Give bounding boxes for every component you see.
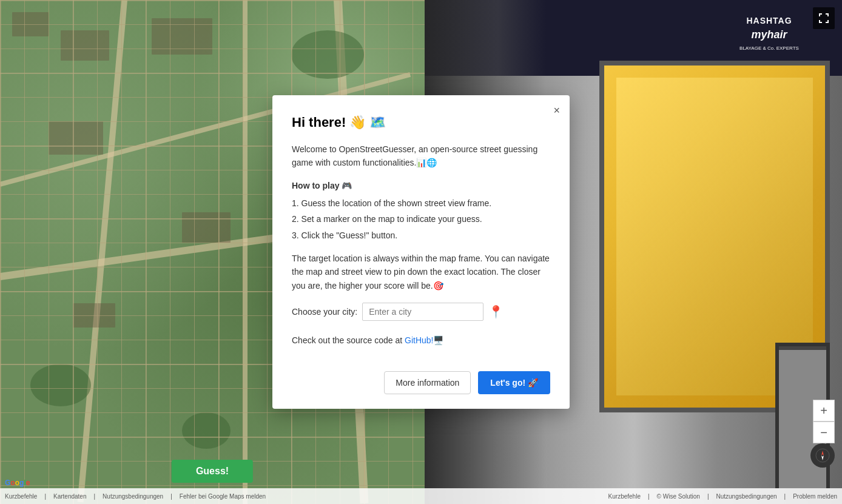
pin-icon: 📍 <box>488 302 504 321</box>
steps-list: 1. Guess the location of the shown stree… <box>292 197 550 242</box>
welcome-text: Welcome to OpenStreetGuesser, an open-so… <box>292 143 550 170</box>
modal-dialog: × Hi there! 👋 🗺️ Welcome to OpenStreetGu… <box>272 95 570 409</box>
github-link[interactable]: GitHub! <box>405 335 433 345</box>
city-input[interactable] <box>362 303 483 321</box>
city-row: Choose your city: 📍 <box>292 302 550 321</box>
city-label: Choose your city: <box>292 305 357 318</box>
step-1: 1. Guess the location of the shown stree… <box>292 197 550 210</box>
modal-title: Hi there! 👋 🗺️ <box>292 115 550 130</box>
step-2: 2. Set a marker on the map to indicate y… <box>292 212 550 226</box>
lets-go-button[interactable]: Let's go! 🚀 <box>478 371 550 394</box>
modal-close-button[interactable]: × <box>553 105 560 116</box>
modal-overlay: × Hi there! 👋 🗺️ Welcome to OpenStreetGu… <box>0 0 842 504</box>
more-information-button[interactable]: More information <box>384 371 471 394</box>
modal-footer: More information Let's go! 🚀 <box>292 361 550 394</box>
modal-body: Welcome to OpenStreetGuesser, an open-so… <box>292 143 550 348</box>
step-3: 3. Click the "Guess!" button. <box>292 229 550 242</box>
target-info: The target location is always within the… <box>292 252 550 292</box>
github-text: Check out the source code at GitHub!🖥️ <box>292 334 550 347</box>
how-to-play-heading: How to play 🎮 <box>292 179 550 192</box>
